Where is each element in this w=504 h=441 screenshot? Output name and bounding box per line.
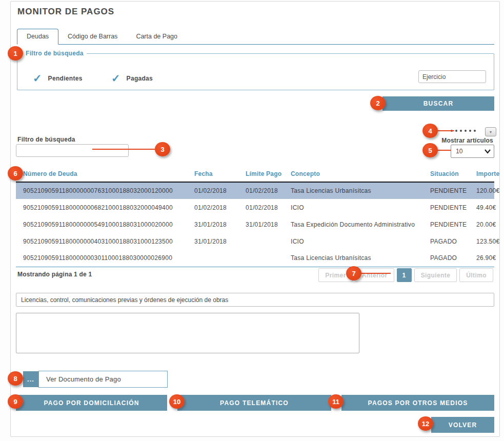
cell-numero: 9052109059118000000040310001880310001235… <box>16 233 187 250</box>
view-payment-document-label: Ver Documento de Pago <box>39 375 121 383</box>
table-row[interactable]: 9052109059118000000030110001880300000269… <box>16 250 494 267</box>
annotation-badge-7: 7 <box>346 266 361 280</box>
column-header-4[interactable]: Situación <box>423 166 469 182</box>
annotation-badge-1: 1 <box>8 46 23 61</box>
annotation-badge-12: 12 <box>418 416 433 431</box>
dropdown-arrow-icon: ▼ <box>489 130 493 134</box>
cell-numero: 9052109059118000000068210001880320000494… <box>16 199 187 216</box>
cell-concepto: Tasa Licencias Urbanísitcas <box>284 250 423 267</box>
annotation-line-7 <box>359 273 391 274</box>
more-options-button[interactable]: ... <box>23 371 38 387</box>
cell-limite: 01/02/2018 <box>238 199 284 216</box>
pagination: PrimerAnterior1SiguienteÚltimo <box>318 268 493 282</box>
annotation-badge-10: 10 <box>169 394 185 409</box>
page-size-value: 10 <box>456 148 462 155</box>
cell-importe: 49.40€ <box>469 199 494 216</box>
column-header-0[interactable]: Número de Deuda <box>16 166 187 182</box>
checkbox-label: Pendientes <box>48 75 83 82</box>
cell-fecha: 01/02/2018 <box>187 199 238 216</box>
quick-filter-label: Filtro de búsqueda <box>17 136 75 143</box>
view-payment-document-box[interactable]: Ver Documento de Pago <box>38 371 168 388</box>
pago-domiciliacion-button[interactable]: PAGO POR DOMICILIACIÓN <box>16 395 167 411</box>
cell-importe: 123.50€ <box>469 233 494 250</box>
table-row[interactable]: 9052109059118000000068210001880320000494… <box>16 199 494 216</box>
table-row[interactable]: 9052109059118000000040310001880310001235… <box>16 233 494 250</box>
pagos-otros-medios-button[interactable]: PAGOS POR OTROS MEDIOS <box>341 395 494 411</box>
checkbox-pagadas[interactable]: ✓Pagadas <box>111 72 153 85</box>
cell-fecha: 31/01/2018 <box>187 216 238 233</box>
annotation-badge-3: 3 <box>155 142 170 156</box>
cell-limite <box>238 233 284 250</box>
cell-limite: 31/01/2018 <box>238 216 284 233</box>
cell-situacion: PENDIENTE <box>423 216 469 233</box>
tabs: DeudasCódigo de BarrasCarta de Pago <box>17 30 494 45</box>
debts-table: Número de DeudaFechaLímite PagoConceptoS… <box>16 166 494 267</box>
cell-situacion: PENDIENTE <box>423 182 469 199</box>
tab-1[interactable]: Código de Barras <box>58 29 127 44</box>
pago-telematico-button[interactable]: PAGO TELEMÁTICO <box>177 395 331 411</box>
checkmark-icon: ✓ <box>33 72 42 85</box>
ejercicio-input[interactable] <box>418 70 486 83</box>
annotation-badge-5: 5 <box>422 143 438 157</box>
page-button-último[interactable]: Último <box>459 268 493 282</box>
column-header-1[interactable]: Fecha <box>187 166 238 182</box>
annotation-badge-9: 9 <box>8 394 23 409</box>
cell-situacion: PENDIENTE <box>423 199 469 216</box>
cell-concepto: Tasa Licencias Urbanísitcas <box>284 182 423 199</box>
checkmark-icon: ✓ <box>111 72 120 85</box>
cell-concepto: ICIO <box>284 199 423 216</box>
page-size-select[interactable]: 10 <box>451 145 494 158</box>
column-options-dots-icon[interactable] <box>451 130 476 132</box>
annotation-line-3 <box>92 149 164 150</box>
cell-fecha: 31/01/2018 <box>187 233 238 250</box>
cell-concepto: Tasa Expedición Documento Administrativo <box>284 216 423 233</box>
cell-numero: 9052109059118000000076310001880320001200… <box>16 182 187 199</box>
tab-2[interactable]: Carta de Pago <box>127 29 187 44</box>
cell-importe: 120.00€ <box>469 182 494 199</box>
select-chevron-icon <box>483 147 492 155</box>
volver-button[interactable]: VOLVER <box>431 417 494 433</box>
cell-concepto: ICIO <box>284 233 423 250</box>
table-body: 9052109059118000000076310001880320001200… <box>16 182 494 267</box>
cell-fecha: 01/02/2018 <box>187 182 238 199</box>
pagination-status: Mostrando página 1 de 1 <box>17 271 92 278</box>
tab-0[interactable]: Deudas <box>17 29 58 45</box>
buscar-button[interactable]: BUSCAR <box>382 96 494 111</box>
cell-limite <box>238 250 284 267</box>
column-header-5[interactable]: Importe <box>469 166 494 182</box>
column-header-3[interactable]: Concepto <box>284 166 423 182</box>
column-options-dropdown[interactable]: ▼ <box>485 127 496 136</box>
page-title: MONITOR DE PAGOS <box>17 7 114 17</box>
table-row[interactable]: 9052109059118000000076310001880320001200… <box>16 182 494 199</box>
table-row[interactable]: 9052109059118000000054910001880310000200… <box>16 216 494 233</box>
annotation-badge-11: 11 <box>328 394 344 409</box>
cell-numero: 9052109059118000000054910001880310000200… <box>16 216 187 233</box>
search-filter-fieldset: Filtro de búsqueda ✓Pendientes✓Pagadas <box>17 50 494 90</box>
page-button-1[interactable]: 1 <box>397 268 412 282</box>
cell-situacion: PAGADO <box>423 233 469 250</box>
show-items-label: Mostrar artículos <box>441 137 493 144</box>
column-header-2[interactable]: Límite Pago <box>238 166 284 182</box>
cell-situacion: PAGADO <box>423 250 469 267</box>
annotation-badge-2: 2 <box>370 96 386 110</box>
table-header: Número de DeudaFechaLímite PagoConceptoS… <box>16 166 494 182</box>
annotation-badge-8: 8 <box>8 371 23 386</box>
quick-filter-input[interactable] <box>16 144 129 157</box>
annotation-badge-6: 6 <box>8 166 23 181</box>
cell-numero: 9052109059118000000030110001880300000269… <box>16 250 187 267</box>
filter-legend: Filtro de búsqueda <box>23 50 87 57</box>
cell-importe: 20.00€ <box>469 216 494 233</box>
annotation-badge-4: 4 <box>422 124 438 138</box>
cell-importe: 26.90€ <box>469 250 494 267</box>
notes-textarea[interactable] <box>16 313 359 353</box>
checkbox-pendientes[interactable]: ✓Pendientes <box>33 72 83 85</box>
cell-fecha <box>187 250 238 267</box>
cell-limite: 01/02/2018 <box>238 182 284 199</box>
checkbox-label: Pagadas <box>127 75 153 82</box>
page-button-siguiente[interactable]: Siguiente <box>414 268 457 282</box>
monitor-pagos-panel: MONITOR DE PAGOS DeudasCódigo de BarrasC… <box>10 1 500 437</box>
concept-description-input[interactable] <box>16 293 494 307</box>
